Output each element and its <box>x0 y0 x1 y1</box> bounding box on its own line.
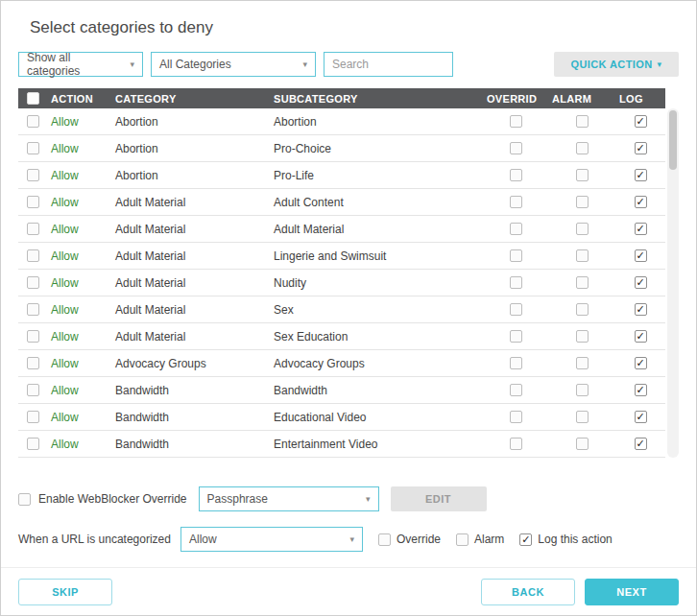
row-subcategory-label: Sex <box>270 303 483 317</box>
row-select-checkbox[interactable] <box>27 169 39 181</box>
row-select-checkbox[interactable] <box>27 196 39 208</box>
row-log-checkbox[interactable] <box>635 411 647 423</box>
override-method-dropdown[interactable]: Passphrase ▾ <box>199 486 379 511</box>
row-alarm-cell <box>548 303 615 316</box>
back-button[interactable]: BACK <box>481 579 575 605</box>
row-alarm-checkbox[interactable] <box>576 223 589 235</box>
row-select-checkbox[interactable] <box>27 276 39 289</box>
table-body: Allow Abortion Abortion <box>18 108 665 458</box>
row-action-label: Allow <box>47 223 111 236</box>
uncategorized-override-checkbox[interactable]: Override <box>378 533 441 546</box>
row-log-cell <box>615 223 665 235</box>
row-action-label: Allow <box>47 142 111 155</box>
row-log-checkbox[interactable] <box>635 169 647 181</box>
uncategorized-alarm-checkbox[interactable]: Alarm <box>456 533 504 546</box>
row-alarm-checkbox[interactable] <box>576 169 589 181</box>
row-log-checkbox[interactable] <box>635 303 647 316</box>
quick-action-label: QUICK ACTION <box>571 59 653 70</box>
row-alarm-cell <box>548 142 615 154</box>
row-override-cell <box>483 330 548 343</box>
row-override-checkbox[interactable] <box>510 330 522 343</box>
row-log-checkbox[interactable] <box>635 276 647 289</box>
row-log-cell <box>615 276 665 289</box>
row-select-checkbox[interactable] <box>27 384 39 396</box>
row-log-checkbox[interactable] <box>635 384 647 396</box>
uncategorized-log-checkbox[interactable]: Log this action <box>519 533 612 546</box>
row-override-checkbox[interactable] <box>510 169 522 181</box>
next-button[interactable]: NEXT <box>585 579 679 605</box>
row-alarm-checkbox[interactable] <box>576 438 589 450</box>
row-select-checkbox[interactable] <box>27 115 39 128</box>
enable-override-label: Enable WebBlocker Override <box>38 492 187 506</box>
row-action-label: Allow <box>47 303 111 317</box>
row-subcategory-label: Educational Video <box>270 411 483 424</box>
row-category-label: Bandwidth <box>111 411 270 424</box>
select-all-checkbox[interactable] <box>27 92 39 105</box>
table-scrollbar-thumb[interactable] <box>669 110 677 170</box>
row-select-checkbox[interactable] <box>27 223 39 235</box>
row-select-checkbox[interactable] <box>27 142 39 154</box>
row-select-checkbox[interactable] <box>27 438 39 450</box>
table-row: Allow Bandwidth Entertainment Video <box>18 431 665 458</box>
row-select-cell <box>18 196 47 208</box>
table-scrollbar-track[interactable] <box>667 108 679 458</box>
row-override-checkbox[interactable] <box>510 142 522 154</box>
row-alarm-checkbox[interactable] <box>576 303 589 316</box>
row-override-checkbox[interactable] <box>510 115 522 128</box>
row-override-checkbox[interactable] <box>510 411 522 423</box>
table-main: ACTION CATEGORY SUBCATEGORY OVERRID ALAR… <box>18 88 665 458</box>
row-category-label: Adult Material <box>111 276 270 290</box>
row-alarm-checkbox[interactable] <box>576 196 589 208</box>
uncategorized-action-value: Allow <box>189 533 217 546</box>
row-category-label: Abortion <box>111 115 270 129</box>
row-log-checkbox[interactable] <box>635 115 647 128</box>
row-select-checkbox[interactable] <box>27 330 39 343</box>
row-override-checkbox[interactable] <box>510 196 522 208</box>
enable-override-checkbox[interactable] <box>18 493 31 506</box>
row-log-checkbox[interactable] <box>635 357 647 369</box>
row-alarm-checkbox[interactable] <box>576 384 589 396</box>
row-alarm-checkbox[interactable] <box>576 330 589 343</box>
chevron-down-icon: ▾ <box>302 59 307 69</box>
skip-button[interactable]: SKIP <box>18 579 112 605</box>
row-log-checkbox[interactable] <box>635 249 647 262</box>
row-select-cell <box>18 411 47 423</box>
row-override-cell <box>483 142 548 154</box>
table-row: Allow Abortion Pro-Choice <box>18 135 665 162</box>
category-filter-dropdown[interactable]: All Categories ▾ <box>151 52 316 77</box>
table-row: Allow Adult Material Sex Education <box>18 323 665 350</box>
row-override-checkbox[interactable] <box>510 384 522 396</box>
row-select-checkbox[interactable] <box>27 411 39 423</box>
row-alarm-checkbox[interactable] <box>576 411 589 423</box>
row-alarm-checkbox[interactable] <box>576 249 589 262</box>
row-log-checkbox[interactable] <box>635 223 647 235</box>
row-action-label: Allow <box>47 411 111 424</box>
row-override-checkbox[interactable] <box>510 276 522 289</box>
search-input[interactable] <box>324 52 453 77</box>
row-select-checkbox[interactable] <box>27 249 39 262</box>
quick-action-button[interactable]: QUICK ACTION ▾ <box>554 52 679 77</box>
row-override-checkbox[interactable] <box>510 223 522 235</box>
row-log-checkbox[interactable] <box>635 330 647 343</box>
row-alarm-checkbox[interactable] <box>576 142 589 154</box>
row-log-checkbox[interactable] <box>635 438 647 450</box>
row-alarm-checkbox[interactable] <box>576 115 589 128</box>
row-override-checkbox[interactable] <box>510 438 522 450</box>
edit-button[interactable]: EDIT <box>391 486 487 511</box>
row-select-cell <box>18 115 47 128</box>
uncategorized-action-dropdown[interactable]: Allow ▾ <box>180 527 363 552</box>
row-select-checkbox[interactable] <box>27 303 39 316</box>
webblocker-override-section: Enable WebBlocker Override Passphrase ▾ … <box>18 486 679 511</box>
row-log-checkbox[interactable] <box>635 196 647 208</box>
row-select-checkbox[interactable] <box>27 357 39 369</box>
row-override-checkbox[interactable] <box>510 249 522 262</box>
row-alarm-checkbox[interactable] <box>576 276 589 289</box>
row-log-checkbox[interactable] <box>635 142 647 154</box>
row-select-cell <box>18 223 47 235</box>
show-categories-dropdown[interactable]: Show all categories ▾ <box>18 52 143 77</box>
row-override-checkbox[interactable] <box>510 357 522 369</box>
row-alarm-checkbox[interactable] <box>576 357 589 369</box>
header-subcategory: SUBCATEGORY <box>270 93 483 105</box>
row-log-cell <box>615 169 665 181</box>
row-override-checkbox[interactable] <box>510 303 522 316</box>
